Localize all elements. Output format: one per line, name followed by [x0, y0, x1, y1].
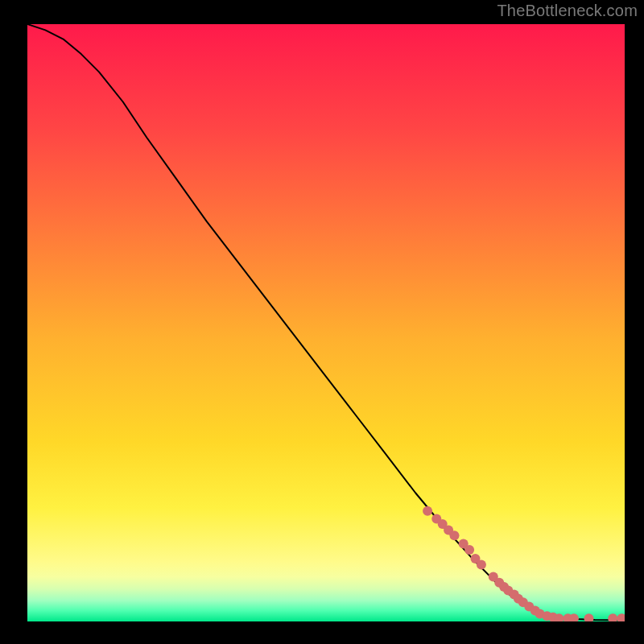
marker-point: [584, 613, 594, 621]
marker-point: [450, 530, 460, 540]
marker-point: [477, 560, 486, 570]
marker-point: [608, 613, 617, 621]
marker-point: [617, 613, 625, 621]
curve-line: [27, 24, 625, 621]
marker-point: [423, 506, 432, 516]
plot-area: [27, 24, 625, 621]
marker-points: [423, 506, 625, 621]
watermark-text: TheBottleneck.com: [497, 2, 638, 20]
chart-frame: TheBottleneck.com: [0, 0, 644, 644]
marker-point: [464, 545, 474, 555]
chart-overlay: [27, 24, 625, 621]
